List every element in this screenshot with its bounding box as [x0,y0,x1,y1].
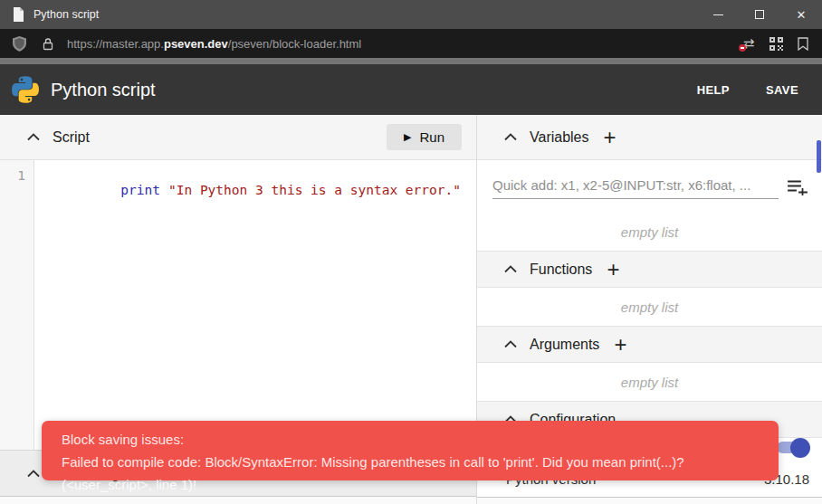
left-footer [0,496,476,504]
help-button[interactable]: HELP [684,74,742,106]
toggle-switch[interactable] [777,442,808,453]
variables-title: Variables [530,129,589,146]
line-number-gutter: 1 [0,160,34,450]
code-keyword: print [120,183,160,197]
playlist-add-icon[interactable] [788,177,808,195]
close-button[interactable]: ✕ [780,0,822,29]
add-variable-button[interactable]: + [604,128,616,147]
variables-empty: empty list [477,213,822,251]
collapse-variables-icon[interactable] [504,133,517,141]
address-bar: https://master.app.pseven.dev/pseven/blo… [0,29,822,58]
toast-line1: Block saving issues: [62,428,759,451]
arguments-empty: empty list [477,363,822,401]
lock-icon[interactable] [36,32,60,55]
collapse-arguments-icon[interactable] [504,340,517,348]
collapse-functions-icon[interactable] [504,265,517,273]
functions-header: Functions + [477,251,822,288]
window-title: Python script [33,8,697,21]
python-logo-icon [12,76,39,103]
app-window: Python script ✕ https://master.app.pseve… [0,0,822,504]
right-footer [477,498,822,504]
arguments-header: Arguments + [477,326,822,363]
toggle-knob [790,438,810,458]
run-button[interactable]: ▶ Run [387,124,462,150]
error-toast[interactable]: Block saving issues: Failed to compile c… [42,421,779,480]
functions-title: Functions [530,262,592,278]
code-editor[interactable]: 1 print"In Python 3 this is a syntax err… [0,160,476,450]
shield-icon[interactable] [7,32,31,55]
chrome-divider [0,58,822,64]
arguments-title: Arguments [530,337,599,353]
toast-line2: Failed to compile code: Block/SyntaxErro… [62,451,759,496]
quick-add-row [477,160,822,213]
bookmark-icon[interactable] [789,32,817,55]
minimize-button[interactable] [697,0,739,29]
code-string: "In Python 3 this is a syntax error." [168,183,461,197]
sync-disabled-icon[interactable]: ⇄ [735,32,762,55]
os-titlebar: Python script ✕ [0,0,822,29]
app-header: Python script HELP SAVE [0,64,822,115]
maximize-button[interactable] [739,0,780,29]
page-icon [13,7,24,22]
collapse-script-icon[interactable] [27,133,40,141]
script-header: Script ▶ Run [0,115,476,160]
add-function-button[interactable]: + [607,261,619,279]
save-button[interactable]: SAVE [753,74,811,106]
expand-bottom-panel-icon[interactable] [27,470,40,478]
functions-empty: empty list [477,288,822,326]
scrollbar-thumb[interactable] [817,140,821,173]
variables-header: Variables + [477,115,822,160]
quick-add-input[interactable] [492,174,779,199]
add-argument-button[interactable]: + [614,336,626,354]
code-area[interactable]: print"In Python 3 this is a syntax error… [34,160,476,450]
url-text[interactable]: https://master.app.pseven.dev/pseven/blo… [67,37,735,51]
page-title: Python script [51,80,684,100]
url-domain: pseven.dev [164,37,228,51]
line-number: 1 [0,168,25,183]
play-icon: ▶ [404,131,411,143]
qr-code-icon[interactable] [762,32,789,55]
script-title: Script [53,129,90,146]
